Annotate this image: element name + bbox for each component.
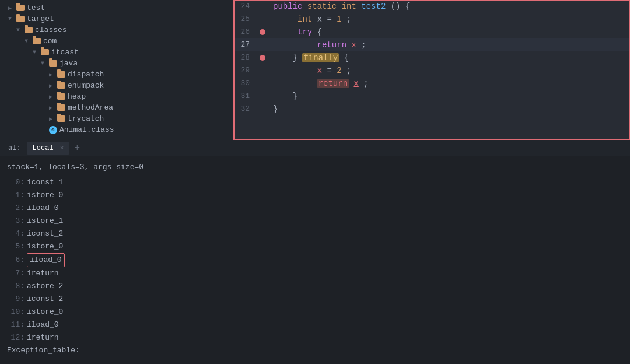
number-1: 1 bbox=[337, 15, 341, 24]
bc-num: 9: bbox=[7, 293, 24, 306]
sidebar-item-dispatch[interactable]: ▶ dispatch bbox=[0, 69, 233, 80]
code-line-26: 26 try { bbox=[233, 26, 630, 38]
variable-x: x bbox=[354, 79, 358, 88]
bc-exception-header: Exception_table: bbox=[7, 344, 80, 357]
chevron-icon: ▼ bbox=[33, 49, 40, 55]
sidebar-item-classes[interactable]: ▼ classes bbox=[0, 24, 233, 36]
code-line-30: 30 return x ; bbox=[233, 77, 630, 90]
number-2: 2 bbox=[337, 66, 341, 75]
sidebar-item-label: methodArea bbox=[68, 103, 113, 112]
code-content: } finally { bbox=[268, 51, 630, 64]
bc-instr: ireturn bbox=[27, 331, 59, 344]
sidebar: ▶ test ▼ target ▼ classes ▼ com ▼ itcast bbox=[0, 0, 233, 140]
sidebar-item-test[interactable]: ▶ test bbox=[0, 2, 233, 13]
bc-num: 10: bbox=[7, 306, 24, 318]
bc-instr: iconst_2 bbox=[27, 228, 63, 240]
bytecode-line-4: 4: iconst_2 bbox=[7, 228, 623, 240]
line-number: 24 bbox=[233, 0, 257, 13]
bc-num: 8: bbox=[7, 280, 24, 293]
bytecode-line-5: 5: istore_0 bbox=[7, 240, 623, 253]
variable-x: x bbox=[351, 40, 356, 50]
bc-instr: istore_0 bbox=[27, 240, 63, 253]
bottom-panel: al: Local × + stack=1, locals=3, args_si… bbox=[0, 140, 630, 364]
line-number: 32 bbox=[233, 103, 257, 116]
chevron-icon: ▶ bbox=[8, 5, 15, 12]
top-area: ▶ test ▼ target ▼ classes ▼ com ▼ itcast bbox=[0, 0, 630, 140]
line-gutter bbox=[257, 55, 268, 61]
sidebar-item-trycatch[interactable]: ▶ trycatch bbox=[0, 113, 233, 124]
code-line-28: 28 } finally { bbox=[233, 51, 630, 64]
tab-close-icon[interactable]: × bbox=[60, 145, 64, 152]
folder-icon bbox=[16, 16, 24, 22]
bytecode-line-2: 2: iload_0 bbox=[7, 202, 623, 215]
sidebar-item-label: heap bbox=[68, 92, 86, 101]
bc-num: 4: bbox=[7, 228, 24, 240]
class-file-icon: ⚙ bbox=[49, 126, 57, 134]
code-content: try { bbox=[268, 26, 630, 38]
chevron-icon: ▼ bbox=[16, 27, 23, 33]
code-editor: 24 public static int test2 () { 25 bbox=[233, 0, 630, 140]
tab-label: Local bbox=[33, 144, 54, 152]
bytecode-line-10: 10: istore_0 bbox=[7, 306, 623, 318]
line-number: 31 bbox=[233, 90, 257, 103]
keyword-return: return bbox=[317, 40, 346, 50]
folder-icon bbox=[57, 104, 65, 111]
bytecode-line-11: 11: iload_0 bbox=[7, 318, 623, 331]
code-line-32: 32 } bbox=[233, 103, 630, 116]
bc-num: 0: bbox=[7, 176, 24, 189]
bc-num: 7: bbox=[7, 267, 24, 280]
sidebar-item-animal-class[interactable]: ⚙ Animal.class bbox=[0, 124, 233, 135]
folder-icon bbox=[16, 5, 24, 11]
folder-icon bbox=[41, 49, 49, 55]
sidebar-item-heap[interactable]: ▶ heap bbox=[0, 91, 233, 102]
folder-icon bbox=[57, 93, 65, 100]
tab-local[interactable]: Local × bbox=[27, 142, 70, 155]
code-content: } bbox=[268, 103, 630, 116]
line-number: 27 bbox=[233, 38, 257, 51]
sidebar-item-java[interactable]: ▼ java bbox=[0, 58, 233, 69]
bc-num: 5: bbox=[7, 240, 24, 253]
code-content: int x = 1 ; bbox=[268, 13, 630, 26]
tab-al[interactable]: al: bbox=[2, 142, 27, 155]
sidebar-item-com[interactable]: ▼ com bbox=[0, 36, 233, 47]
panel-tabs: al: Local × + bbox=[0, 140, 630, 156]
breakpoint-dot bbox=[260, 29, 265, 35]
sidebar-item-label: dispatch bbox=[68, 70, 104, 79]
bc-instr: istore_1 bbox=[27, 215, 63, 228]
breakpoint-dot bbox=[260, 55, 265, 61]
sidebar-item-itcast[interactable]: ▼ itcast bbox=[0, 47, 233, 58]
sidebar-item-label: classes bbox=[35, 26, 67, 34]
bc-num: 3: bbox=[7, 215, 24, 228]
bytecode-line-0: 0: iconst_1 bbox=[7, 176, 623, 189]
keyword-static: static bbox=[307, 2, 337, 11]
line-number: 30 bbox=[233, 77, 257, 90]
bytecode-line-12: 12: ireturn bbox=[7, 331, 623, 344]
line-number: 25 bbox=[233, 13, 257, 26]
bc-num: 2: bbox=[7, 202, 24, 215]
bc-instr: iconst_2 bbox=[27, 293, 63, 306]
sidebar-item-label: target bbox=[27, 15, 54, 23]
bc-num: 12: bbox=[7, 331, 24, 344]
line-number: 26 bbox=[233, 26, 257, 38]
code-content: return x ; bbox=[268, 77, 630, 90]
sidebar-item-label: Animal.class bbox=[60, 125, 114, 134]
keyword-return-highlight: return bbox=[317, 79, 349, 88]
bc-instr: istore_0 bbox=[27, 306, 63, 318]
bc-instr: iload_0 bbox=[27, 318, 59, 331]
add-tab-button[interactable]: + bbox=[69, 142, 85, 155]
keyword-finally: finally bbox=[302, 53, 339, 62]
sidebar-item-label: java bbox=[60, 59, 78, 68]
sidebar-item-methodarea[interactable]: ▶ methodArea bbox=[0, 102, 233, 113]
bc-num: 11: bbox=[7, 318, 24, 331]
bytecode-line-9: 9: iconst_2 bbox=[7, 293, 623, 306]
function-name: test2 bbox=[361, 2, 386, 11]
sidebar-item-target[interactable]: ▼ target bbox=[0, 13, 233, 24]
sidebar-item-label: trycatch bbox=[68, 114, 104, 123]
chevron-icon: ▶ bbox=[49, 82, 56, 89]
chevron-icon: ▶ bbox=[49, 104, 56, 111]
sidebar-item-enumpack[interactable]: ▶ enumpack bbox=[0, 80, 233, 91]
tab-label: al: bbox=[8, 144, 21, 152]
bc-instr: iconst_1 bbox=[27, 176, 63, 189]
line-number: 29 bbox=[233, 64, 257, 77]
line-number: 28 bbox=[233, 51, 257, 64]
